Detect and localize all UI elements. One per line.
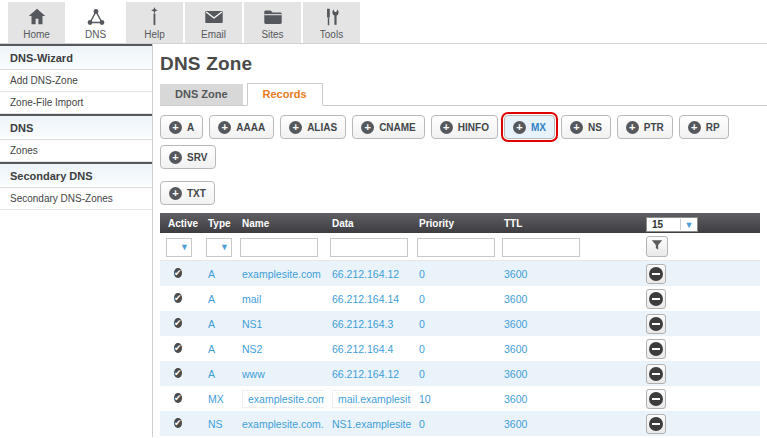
editable-value[interactable]: examplesite.com	[242, 390, 324, 408]
page-title: DNS Zone	[160, 53, 767, 75]
cell-data[interactable]: 66.212.164.4	[324, 343, 411, 355]
cell-name[interactable]: examplesite.com	[234, 390, 324, 408]
toolbar-button-label: Tools	[320, 29, 343, 41]
column-header-active[interactable]: Active	[160, 218, 200, 229]
remove-record-button[interactable]	[646, 364, 666, 384]
add-record-button-srv[interactable]: +SRV	[160, 145, 216, 169]
tab-dns-zone[interactable]: DNS Zone	[160, 84, 243, 105]
cell-type[interactable]: A	[200, 368, 234, 380]
cell-priority[interactable]: 0	[411, 368, 496, 380]
cell-priority[interactable]: 0	[411, 268, 496, 280]
cell-ttl[interactable]: 3600	[496, 393, 646, 405]
minus-icon	[649, 342, 663, 356]
toolbar-button-sites[interactable]: Sites	[244, 2, 301, 43]
add-record-button-a[interactable]: +A	[160, 115, 203, 139]
cell-data[interactable]: 66.212.164.14	[324, 293, 411, 305]
cell-priority[interactable]: 0	[411, 418, 496, 430]
cell-name[interactable]: examplesite.com	[234, 268, 324, 280]
column-header-data[interactable]: Data	[324, 218, 411, 229]
filter-input-ttl[interactable]	[502, 238, 580, 257]
cell-ttl[interactable]: 3600	[496, 318, 646, 330]
toolbar-button-email[interactable]: Email	[185, 2, 242, 43]
cell-priority[interactable]: 0	[411, 318, 496, 330]
add-record-button-cname[interactable]: +CNAME	[352, 115, 425, 139]
cell-ttl[interactable]: 3600	[496, 368, 646, 380]
cell-name[interactable]: NS1	[234, 318, 324, 330]
editable-value[interactable]: mail.examplesite.com.	[332, 390, 411, 408]
remove-record-button[interactable]	[646, 414, 666, 434]
active-check-icon[interactable]: ✔	[174, 318, 182, 328]
active-check-icon[interactable]: ✔	[174, 393, 182, 403]
column-header-priority[interactable]: Priority	[411, 218, 496, 229]
filter-input-priority[interactable]	[417, 238, 495, 257]
sidebar-item-zone-file-import[interactable]: Zone-File Import	[0, 92, 152, 114]
add-record-button-txt[interactable]: +TXT	[160, 181, 215, 205]
remove-record-button[interactable]	[646, 289, 666, 309]
column-header-name[interactable]: Name	[234, 218, 324, 229]
sidebar-section-dns[interactable]: DNS	[0, 114, 152, 140]
toolbar-button-home[interactable]: Home	[8, 2, 65, 43]
add-record-button-mx[interactable]: +MX	[504, 115, 555, 139]
cell-priority[interactable]: 10	[411, 393, 496, 405]
cell-data[interactable]: 66.212.164.3	[324, 318, 411, 330]
cell-type[interactable]: MX	[200, 393, 234, 405]
filter-input-name[interactable]	[240, 238, 318, 257]
cell-priority[interactable]: 0	[411, 293, 496, 305]
sidebar-section-secondary-dns[interactable]: Secondary DNS	[0, 162, 152, 188]
add-record-button-alias[interactable]: +ALIAS	[280, 115, 346, 139]
cell-type[interactable]: A	[200, 268, 234, 280]
toolbar-button-help[interactable]: Help	[126, 2, 183, 43]
toolbar-button-dns[interactable]: DNS	[67, 2, 124, 43]
filter-input-data[interactable]	[330, 238, 408, 257]
table-row: ✔Aexamplesite.com66.212.164.1203600	[160, 261, 760, 286]
page-size-dropdown[interactable]: 15▼	[646, 217, 698, 232]
cell-priority[interactable]: 0	[411, 343, 496, 355]
sidebar-item-add-dns-zone[interactable]: Add DNS-Zone	[0, 70, 152, 92]
cell-data[interactable]: 66.212.164.12	[324, 268, 411, 280]
cell-data[interactable]: 66.212.164.12	[324, 368, 411, 380]
remove-record-button[interactable]	[646, 339, 666, 359]
apply-filter-button[interactable]	[646, 236, 668, 257]
cell-ttl[interactable]: 3600	[496, 343, 646, 355]
tab-records[interactable]: Records	[247, 83, 323, 106]
tools-icon	[321, 5, 343, 29]
cell-name[interactable]: www	[234, 368, 324, 380]
cell-ttl[interactable]: 3600	[496, 293, 646, 305]
column-header-ttl[interactable]: TTL	[496, 218, 646, 229]
add-record-button-rp[interactable]: +RP	[679, 115, 729, 139]
remove-record-button[interactable]	[646, 389, 666, 409]
sidebar-item-secondary-dns-zones[interactable]: Secondary DNS-Zones	[0, 188, 152, 210]
table-row: ✔NSexamplesite.com.NS1.examplesite.com.0…	[160, 411, 760, 436]
cell-name[interactable]: mail	[234, 293, 324, 305]
cell-type[interactable]: NS	[200, 418, 234, 430]
remove-record-button[interactable]	[646, 264, 666, 284]
add-record-button-hinfo[interactable]: +HINFO	[431, 115, 498, 139]
minus-icon	[649, 267, 663, 281]
cell-data[interactable]: NS1.examplesite.com.	[324, 418, 411, 430]
table-row: ✔Amail66.212.164.1403600	[160, 286, 760, 311]
active-check-icon[interactable]: ✔	[174, 343, 182, 353]
sidebar-section-dns-wizard[interactable]: DNS-Wizard	[0, 44, 152, 70]
cell-name[interactable]: NS2	[234, 343, 324, 355]
toolbar-button-tools[interactable]: Tools	[303, 2, 360, 43]
cell-name[interactable]: examplesite.com.	[234, 418, 324, 430]
active-check-icon[interactable]: ✔	[174, 418, 182, 428]
cell-type[interactable]: A	[200, 343, 234, 355]
active-check-icon[interactable]: ✔	[174, 293, 182, 303]
cell-type[interactable]: A	[200, 293, 234, 305]
add-record-button-aaaa[interactable]: +AAAA	[209, 115, 274, 139]
plus-icon: +	[289, 121, 302, 134]
active-check-icon[interactable]: ✔	[174, 368, 182, 378]
cell-ttl[interactable]: 3600	[496, 418, 646, 430]
remove-record-button[interactable]	[646, 314, 666, 334]
sidebar-item-zones[interactable]: Zones	[0, 140, 152, 162]
cell-type[interactable]: A	[200, 318, 234, 330]
filter-select-type[interactable]: ▼	[206, 238, 232, 257]
cell-ttl[interactable]: 3600	[496, 268, 646, 280]
add-record-button-ns[interactable]: +NS	[561, 115, 611, 139]
column-header-type[interactable]: Type	[200, 218, 234, 229]
add-record-button-ptr[interactable]: +PTR	[617, 115, 673, 139]
filter-select-active[interactable]: ▼	[166, 238, 192, 257]
cell-data[interactable]: mail.examplesite.com.	[324, 390, 411, 408]
active-check-icon[interactable]: ✔	[174, 268, 182, 278]
